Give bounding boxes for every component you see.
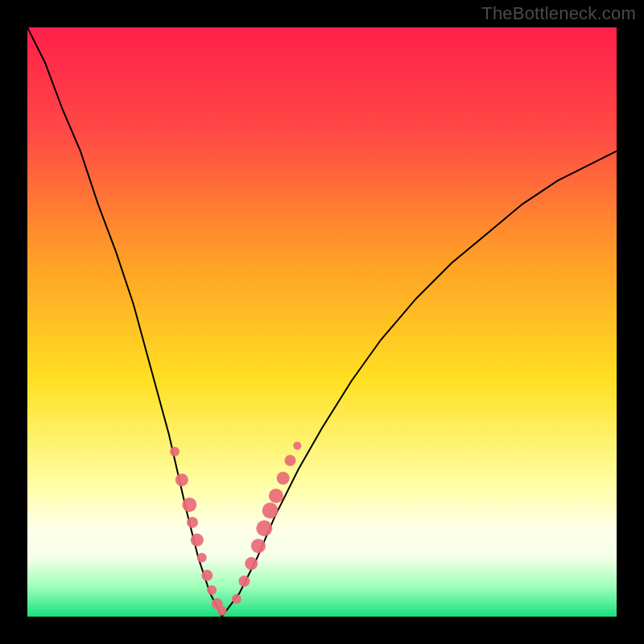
marker-left xyxy=(217,606,227,616)
marker-right xyxy=(256,520,272,536)
marker-right xyxy=(238,576,250,587)
bottleneck-chart xyxy=(27,27,617,617)
marker-right xyxy=(245,557,258,570)
marker-left xyxy=(187,517,198,528)
marker-left xyxy=(201,570,213,581)
marker-left xyxy=(197,553,207,563)
svg-rect-0 xyxy=(27,27,617,617)
marker-left xyxy=(207,585,217,595)
marker-right xyxy=(251,539,266,553)
marker-left xyxy=(170,447,180,456)
marker-left xyxy=(191,534,204,547)
marker-right xyxy=(269,489,283,503)
marker-left xyxy=(175,473,188,486)
marker-right xyxy=(232,594,242,604)
marker-right xyxy=(293,442,301,450)
watermark-label: TheBottleneck.com xyxy=(481,3,636,24)
plot-area xyxy=(27,27,617,617)
chart-frame: TheBottleneck.com xyxy=(0,0,644,644)
marker-left xyxy=(182,497,196,512)
marker-right xyxy=(262,502,279,518)
marker-right xyxy=(277,472,290,485)
marker-right xyxy=(285,455,296,466)
